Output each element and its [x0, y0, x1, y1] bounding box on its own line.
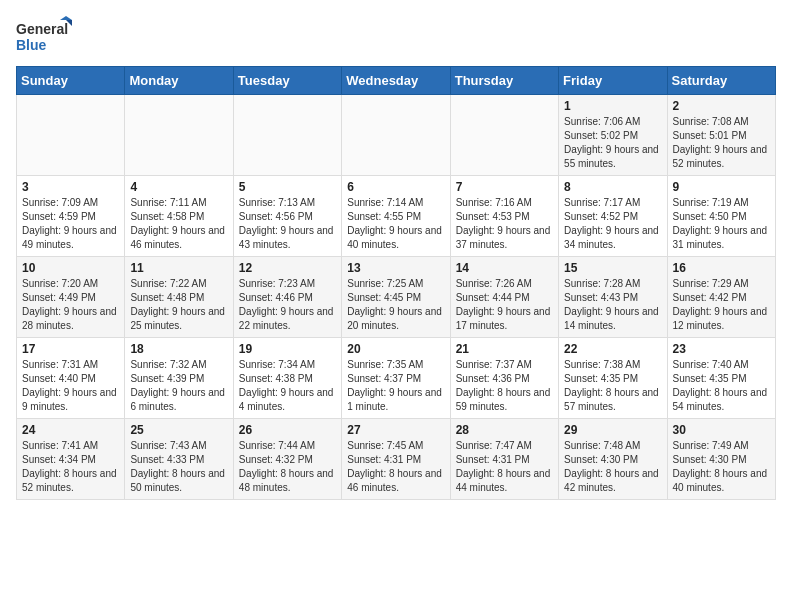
day-number: 1 — [564, 99, 661, 113]
day-number: 12 — [239, 261, 336, 275]
day-number: 15 — [564, 261, 661, 275]
day-number: 19 — [239, 342, 336, 356]
day-header-thursday: Thursday — [450, 67, 558, 95]
day-info: Sunrise: 7:17 AM Sunset: 4:52 PM Dayligh… — [564, 196, 661, 252]
day-number: 20 — [347, 342, 444, 356]
day-info: Sunrise: 7:31 AM Sunset: 4:40 PM Dayligh… — [22, 358, 119, 414]
day-header-sunday: Sunday — [17, 67, 125, 95]
day-info: Sunrise: 7:28 AM Sunset: 4:43 PM Dayligh… — [564, 277, 661, 333]
day-number: 4 — [130, 180, 227, 194]
calendar-cell — [125, 95, 233, 176]
day-number: 27 — [347, 423, 444, 437]
day-info: Sunrise: 7:43 AM Sunset: 4:33 PM Dayligh… — [130, 439, 227, 495]
day-number: 29 — [564, 423, 661, 437]
day-info: Sunrise: 7:06 AM Sunset: 5:02 PM Dayligh… — [564, 115, 661, 171]
day-info: Sunrise: 7:49 AM Sunset: 4:30 PM Dayligh… — [673, 439, 770, 495]
calendar-table: SundayMondayTuesdayWednesdayThursdayFrid… — [16, 66, 776, 500]
logo-svg: GeneralBlue — [16, 16, 76, 58]
calendar-cell — [233, 95, 341, 176]
day-info: Sunrise: 7:35 AM Sunset: 4:37 PM Dayligh… — [347, 358, 444, 414]
day-number: 8 — [564, 180, 661, 194]
calendar-cell: 14Sunrise: 7:26 AM Sunset: 4:44 PM Dayli… — [450, 257, 558, 338]
calendar-cell: 19Sunrise: 7:34 AM Sunset: 4:38 PM Dayli… — [233, 338, 341, 419]
day-info: Sunrise: 7:41 AM Sunset: 4:34 PM Dayligh… — [22, 439, 119, 495]
day-header-wednesday: Wednesday — [342, 67, 450, 95]
day-info: Sunrise: 7:13 AM Sunset: 4:56 PM Dayligh… — [239, 196, 336, 252]
page-header: GeneralBlue — [16, 16, 776, 58]
calendar-cell — [17, 95, 125, 176]
calendar-cell: 9Sunrise: 7:19 AM Sunset: 4:50 PM Daylig… — [667, 176, 775, 257]
day-header-saturday: Saturday — [667, 67, 775, 95]
svg-text:Blue: Blue — [16, 37, 47, 53]
calendar-cell: 16Sunrise: 7:29 AM Sunset: 4:42 PM Dayli… — [667, 257, 775, 338]
day-info: Sunrise: 7:23 AM Sunset: 4:46 PM Dayligh… — [239, 277, 336, 333]
svg-marker-2 — [60, 16, 72, 20]
day-info: Sunrise: 7:38 AM Sunset: 4:35 PM Dayligh… — [564, 358, 661, 414]
day-info: Sunrise: 7:29 AM Sunset: 4:42 PM Dayligh… — [673, 277, 770, 333]
day-info: Sunrise: 7:08 AM Sunset: 5:01 PM Dayligh… — [673, 115, 770, 171]
calendar-cell: 28Sunrise: 7:47 AM Sunset: 4:31 PM Dayli… — [450, 419, 558, 500]
calendar-cell: 4Sunrise: 7:11 AM Sunset: 4:58 PM Daylig… — [125, 176, 233, 257]
day-number: 22 — [564, 342, 661, 356]
calendar-cell: 13Sunrise: 7:25 AM Sunset: 4:45 PM Dayli… — [342, 257, 450, 338]
day-number: 24 — [22, 423, 119, 437]
day-info: Sunrise: 7:48 AM Sunset: 4:30 PM Dayligh… — [564, 439, 661, 495]
day-number: 25 — [130, 423, 227, 437]
calendar-cell: 17Sunrise: 7:31 AM Sunset: 4:40 PM Dayli… — [17, 338, 125, 419]
day-info: Sunrise: 7:22 AM Sunset: 4:48 PM Dayligh… — [130, 277, 227, 333]
calendar-cell: 15Sunrise: 7:28 AM Sunset: 4:43 PM Dayli… — [559, 257, 667, 338]
day-info: Sunrise: 7:19 AM Sunset: 4:50 PM Dayligh… — [673, 196, 770, 252]
day-number: 3 — [22, 180, 119, 194]
day-info: Sunrise: 7:20 AM Sunset: 4:49 PM Dayligh… — [22, 277, 119, 333]
day-number: 14 — [456, 261, 553, 275]
calendar-cell: 2Sunrise: 7:08 AM Sunset: 5:01 PM Daylig… — [667, 95, 775, 176]
day-number: 28 — [456, 423, 553, 437]
calendar-cell: 8Sunrise: 7:17 AM Sunset: 4:52 PM Daylig… — [559, 176, 667, 257]
calendar-cell: 23Sunrise: 7:40 AM Sunset: 4:35 PM Dayli… — [667, 338, 775, 419]
calendar-cell: 25Sunrise: 7:43 AM Sunset: 4:33 PM Dayli… — [125, 419, 233, 500]
day-header-tuesday: Tuesday — [233, 67, 341, 95]
day-info: Sunrise: 7:09 AM Sunset: 4:59 PM Dayligh… — [22, 196, 119, 252]
day-number: 5 — [239, 180, 336, 194]
calendar-cell: 27Sunrise: 7:45 AM Sunset: 4:31 PM Dayli… — [342, 419, 450, 500]
day-number: 7 — [456, 180, 553, 194]
calendar-cell: 12Sunrise: 7:23 AM Sunset: 4:46 PM Dayli… — [233, 257, 341, 338]
day-info: Sunrise: 7:45 AM Sunset: 4:31 PM Dayligh… — [347, 439, 444, 495]
calendar-cell: 1Sunrise: 7:06 AM Sunset: 5:02 PM Daylig… — [559, 95, 667, 176]
day-number: 16 — [673, 261, 770, 275]
calendar-cell: 20Sunrise: 7:35 AM Sunset: 4:37 PM Dayli… — [342, 338, 450, 419]
day-info: Sunrise: 7:25 AM Sunset: 4:45 PM Dayligh… — [347, 277, 444, 333]
day-header-friday: Friday — [559, 67, 667, 95]
day-info: Sunrise: 7:16 AM Sunset: 4:53 PM Dayligh… — [456, 196, 553, 252]
day-header-monday: Monday — [125, 67, 233, 95]
day-number: 6 — [347, 180, 444, 194]
calendar-cell: 6Sunrise: 7:14 AM Sunset: 4:55 PM Daylig… — [342, 176, 450, 257]
day-info: Sunrise: 7:37 AM Sunset: 4:36 PM Dayligh… — [456, 358, 553, 414]
logo: GeneralBlue — [16, 16, 76, 58]
day-info: Sunrise: 7:26 AM Sunset: 4:44 PM Dayligh… — [456, 277, 553, 333]
day-info: Sunrise: 7:44 AM Sunset: 4:32 PM Dayligh… — [239, 439, 336, 495]
calendar-cell: 5Sunrise: 7:13 AM Sunset: 4:56 PM Daylig… — [233, 176, 341, 257]
calendar-cell: 30Sunrise: 7:49 AM Sunset: 4:30 PM Dayli… — [667, 419, 775, 500]
day-info: Sunrise: 7:11 AM Sunset: 4:58 PM Dayligh… — [130, 196, 227, 252]
calendar-cell: 10Sunrise: 7:20 AM Sunset: 4:49 PM Dayli… — [17, 257, 125, 338]
calendar-cell: 29Sunrise: 7:48 AM Sunset: 4:30 PM Dayli… — [559, 419, 667, 500]
day-number: 13 — [347, 261, 444, 275]
day-number: 18 — [130, 342, 227, 356]
calendar-cell: 22Sunrise: 7:38 AM Sunset: 4:35 PM Dayli… — [559, 338, 667, 419]
calendar-cell: 7Sunrise: 7:16 AM Sunset: 4:53 PM Daylig… — [450, 176, 558, 257]
day-info: Sunrise: 7:34 AM Sunset: 4:38 PM Dayligh… — [239, 358, 336, 414]
day-number: 11 — [130, 261, 227, 275]
day-info: Sunrise: 7:14 AM Sunset: 4:55 PM Dayligh… — [347, 196, 444, 252]
calendar-cell: 18Sunrise: 7:32 AM Sunset: 4:39 PM Dayli… — [125, 338, 233, 419]
day-number: 2 — [673, 99, 770, 113]
day-number: 23 — [673, 342, 770, 356]
calendar-cell — [342, 95, 450, 176]
calendar-cell: 26Sunrise: 7:44 AM Sunset: 4:32 PM Dayli… — [233, 419, 341, 500]
calendar-cell: 11Sunrise: 7:22 AM Sunset: 4:48 PM Dayli… — [125, 257, 233, 338]
calendar-cell: 21Sunrise: 7:37 AM Sunset: 4:36 PM Dayli… — [450, 338, 558, 419]
day-number: 17 — [22, 342, 119, 356]
day-number: 30 — [673, 423, 770, 437]
day-info: Sunrise: 7:40 AM Sunset: 4:35 PM Dayligh… — [673, 358, 770, 414]
day-number: 26 — [239, 423, 336, 437]
